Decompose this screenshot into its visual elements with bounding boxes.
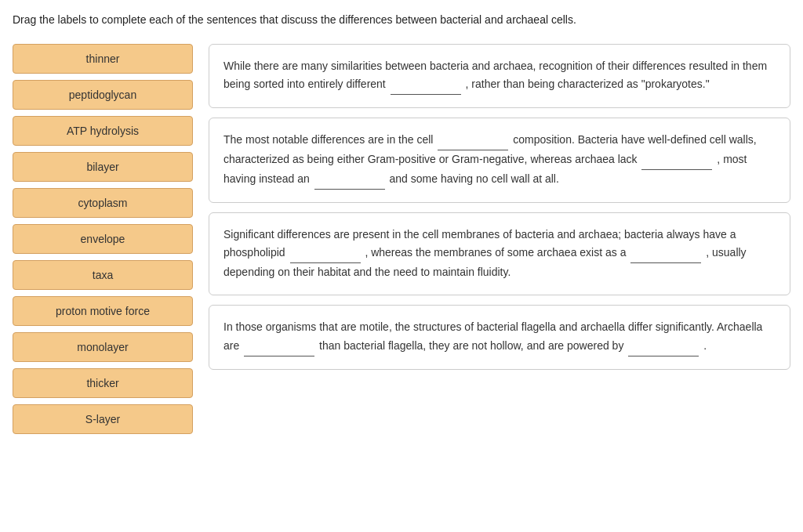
blank-2-2[interactable] — [641, 150, 712, 170]
drag-label-monolayer[interactable]: monolayer — [13, 332, 193, 362]
blank-4-2[interactable] — [628, 337, 699, 356]
drag-label-proton-motive-force[interactable]: proton motive force — [13, 296, 193, 326]
sentences-column: While there are many similarities betwee… — [209, 44, 790, 370]
blank-4-1[interactable] — [244, 337, 314, 356]
drag-label-s-layer[interactable]: S-layer — [13, 404, 193, 434]
sentence-box-2: The most notable differences are in the … — [209, 118, 790, 202]
sentence-box-1: While there are many similarities betwee… — [209, 44, 790, 109]
instructions-text: Drag the labels to complete each of the … — [13, 13, 790, 28]
drag-label-thinner[interactable]: thinner — [13, 44, 193, 74]
drag-label-peptidoglycan[interactable]: peptidoglycan — [13, 80, 193, 110]
drag-label-taxa[interactable]: taxa — [13, 260, 193, 290]
sentence-box-3: Significant differences are present in t… — [209, 212, 790, 295]
drag-label-cytoplasm[interactable]: cytoplasm — [13, 188, 193, 218]
blank-2-3[interactable] — [314, 170, 385, 190]
blank-3-2[interactable] — [630, 244, 701, 263]
drag-label-envelope[interactable]: envelope — [13, 224, 193, 254]
labels-column: thinnerpeptidoglycanATP hydrolysisbilaye… — [13, 44, 193, 434]
blank-3-1[interactable] — [290, 244, 361, 263]
drag-label-bilayer[interactable]: bilayer — [13, 152, 193, 182]
blank-1-1[interactable] — [391, 75, 461, 95]
main-layout: thinnerpeptidoglycanATP hydrolysisbilaye… — [13, 44, 790, 434]
sentence-box-4: In those organisms that are motile, the … — [209, 305, 790, 370]
drag-label-thicker[interactable]: thicker — [13, 368, 193, 398]
blank-2-1[interactable] — [438, 131, 508, 150]
drag-label-atp-hydrolysis[interactable]: ATP hydrolysis — [13, 116, 193, 146]
